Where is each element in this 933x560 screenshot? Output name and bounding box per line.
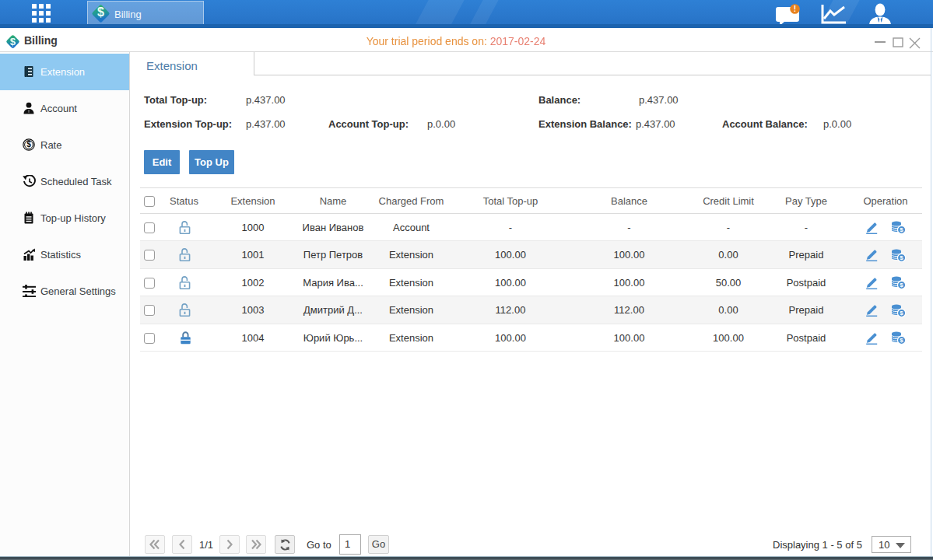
svg-text:$: $ xyxy=(900,337,903,344)
svg-text:$: $ xyxy=(900,310,903,317)
svg-text:$: $ xyxy=(26,140,31,149)
svg-text:$: $ xyxy=(900,282,903,289)
svg-text:!: ! xyxy=(794,5,796,13)
svg-text:$: $ xyxy=(900,226,903,233)
svg-text:$: $ xyxy=(900,254,903,261)
